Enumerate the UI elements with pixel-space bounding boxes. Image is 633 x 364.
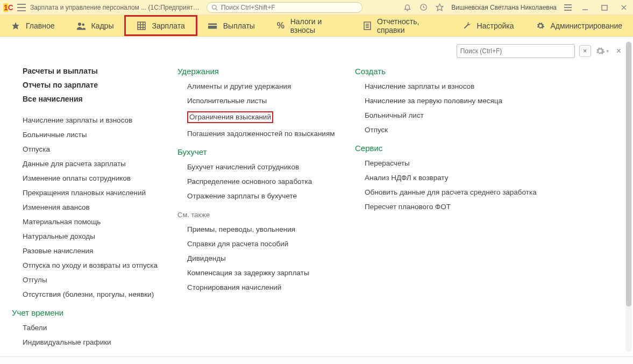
panel-settings-button[interactable]: ▼ xyxy=(595,46,610,56)
menu-link[interactable]: Материальная помощь xyxy=(23,218,166,226)
tab-payments[interactable]: Выплаты xyxy=(197,15,266,36)
menu-link[interactable]: Отражение зарплаты в бухучете xyxy=(187,192,343,200)
document-icon xyxy=(363,21,372,31)
global-search[interactable] xyxy=(207,2,362,13)
menu-link[interactable]: Данные для расчета зарплаты xyxy=(23,160,166,168)
tab-settings[interactable]: Настройка xyxy=(451,15,525,36)
menu-link[interactable]: Прекращения плановых начислений xyxy=(23,189,166,197)
menu-link[interactable]: Начисление зарплаты и взносов xyxy=(365,82,547,90)
tab-taxes[interactable]: % Налоги и взносы xyxy=(266,15,352,36)
menu-link[interactable]: Изменение оплаты сотрудников xyxy=(23,174,166,182)
section-head: Сервис xyxy=(355,144,547,153)
close-panel-button[interactable]: × xyxy=(614,46,623,56)
svg-rect-11 xyxy=(138,22,145,30)
svg-marker-3 xyxy=(436,4,443,11)
highlighted-link[interactable]: Ограничения взысканий xyxy=(187,111,273,123)
menu-link[interactable]: Больничные листы xyxy=(23,131,166,139)
menu-link[interactable]: Изменения авансов xyxy=(23,203,166,211)
gear-icon xyxy=(595,46,605,56)
wrench-icon xyxy=(462,21,472,31)
link-bold[interactable]: Расчеты и выплаты xyxy=(23,67,166,75)
app-logo: 1С xyxy=(3,3,13,12)
user-menu-icon[interactable] xyxy=(564,4,572,11)
maximize-button[interactable] xyxy=(599,3,610,12)
history-icon[interactable] xyxy=(419,3,428,12)
tab-main[interactable]: Главное xyxy=(0,15,66,36)
menu-link[interactable]: Анализ НДФЛ к возврату xyxy=(365,174,547,182)
close-button[interactable] xyxy=(618,3,630,12)
tab-personnel[interactable]: Кадры xyxy=(66,15,125,36)
star-icon[interactable] xyxy=(435,3,444,12)
vertical-scrollbar[interactable] xyxy=(625,41,632,352)
menu-link[interactable]: Исполнительные листы xyxy=(187,97,343,105)
column-3: Создать Начисление зарплаты и взносовНач… xyxy=(355,67,559,356)
tab-label: Главное xyxy=(26,22,55,30)
menu-icon[interactable] xyxy=(17,4,26,11)
menu-link[interactable]: Сторнирования начислений xyxy=(187,283,343,291)
tab-admin[interactable]: Администрирование xyxy=(525,15,634,36)
app-title: Зарплата и управление персоналом ... (1С… xyxy=(30,4,202,11)
menu-link[interactable]: Компенсация за задержку зарплаты xyxy=(187,269,343,277)
bell-icon[interactable] xyxy=(403,3,411,12)
section-head: Бухучет xyxy=(177,147,343,156)
menu-link[interactable]: Приемы, переводы, увольнения xyxy=(187,225,343,233)
col1-top-links: Расчеты и выплаты Отчеты по зарплате Все… xyxy=(11,67,166,103)
panel-search[interactable] xyxy=(457,44,575,58)
menu-link[interactable]: Табели xyxy=(23,324,166,332)
menu-link[interactable]: Больничный лист xyxy=(365,111,547,119)
menu-link[interactable]: Пересчет планового ФОТ xyxy=(365,203,547,211)
menu-link[interactable]: Ограничения взысканий xyxy=(187,111,343,123)
chevron-down-icon: ▼ xyxy=(606,49,610,54)
section-head: Удержания xyxy=(177,67,343,76)
menu-link[interactable]: Отпуска по уходу и возвраты из отпуска xyxy=(23,261,166,269)
menu-link[interactable]: Натуральные доходы xyxy=(23,232,166,240)
wallet-icon xyxy=(208,21,218,31)
link-bold[interactable]: Отчеты по зарплате xyxy=(23,81,166,89)
tab-salary[interactable]: Зарплата xyxy=(124,15,197,36)
menu-link[interactable]: Начисление за первую половину месяца xyxy=(365,97,547,105)
panel-search-input[interactable] xyxy=(460,47,571,55)
column-2: Удержания Алименты и другие удержанияИсп… xyxy=(177,67,355,356)
menu-link[interactable]: Справки для расчета пособий xyxy=(187,240,343,248)
menu-link[interactable]: Погашения задолженностей по взысканиям xyxy=(187,130,343,138)
menu-link[interactable]: Начисление зарплаты и взносов xyxy=(23,116,166,124)
svg-point-9 xyxy=(78,23,81,26)
bottom-bar xyxy=(0,356,633,364)
menu-link[interactable]: Обновить данные для расчета среднего зар… xyxy=(365,188,547,196)
minimize-button[interactable] xyxy=(579,3,591,12)
svg-rect-5 xyxy=(602,5,607,10)
column-1: Расчеты и выплаты Отчеты по зарплате Все… xyxy=(11,67,177,356)
gear-icon xyxy=(536,21,545,31)
menu-link[interactable]: Распределение основного заработка xyxy=(187,177,343,185)
grid-icon xyxy=(137,21,146,31)
people-icon xyxy=(76,21,86,31)
username-label: Вишневская Светлана Николаевна xyxy=(451,4,557,11)
menu-link[interactable]: Отсутствия (болезни, прогулы, неявки) xyxy=(23,290,166,298)
search-icon xyxy=(211,4,218,11)
menu-link[interactable]: Разовые начисления xyxy=(23,247,166,255)
menu-link[interactable]: Бухучет начислений сотрудников xyxy=(187,163,343,171)
menu-link[interactable]: Отпуска xyxy=(23,145,166,153)
tab-label: Отчетность, справки xyxy=(377,17,440,34)
menu-columns: Расчеты и выплаты Отчеты по зарплате Все… xyxy=(0,37,633,356)
svg-point-0 xyxy=(212,5,216,9)
global-search-input[interactable] xyxy=(221,4,358,11)
svg-rect-17 xyxy=(208,25,217,26)
svg-marker-8 xyxy=(12,22,19,29)
link-bold[interactable]: Все начисления xyxy=(23,95,166,103)
scrollbar-thumb[interactable] xyxy=(626,42,631,306)
menu-link[interactable]: Перерасчеты xyxy=(365,159,547,167)
tab-label: Настройка xyxy=(477,22,514,30)
menu-link[interactable]: Дивиденды xyxy=(187,254,343,262)
menu-link[interactable]: Алименты и другие удержания xyxy=(187,82,343,90)
menu-link[interactable]: Отгулы xyxy=(23,276,166,284)
tab-reports[interactable]: Отчетность, справки xyxy=(352,15,451,36)
star-solid-icon xyxy=(11,21,20,31)
menu-link[interactable]: Отпуск xyxy=(365,126,547,134)
tab-label: Кадры xyxy=(91,22,114,30)
tab-label: Зарплата xyxy=(152,22,184,30)
menu-link[interactable]: Индивидуальные графики xyxy=(23,338,166,346)
workarea: × ▼ × Расчеты и выплаты Отчеты по зарпла… xyxy=(0,37,633,356)
tab-label: Налоги и взносы xyxy=(290,17,342,34)
clear-search-button[interactable]: × xyxy=(579,45,591,57)
